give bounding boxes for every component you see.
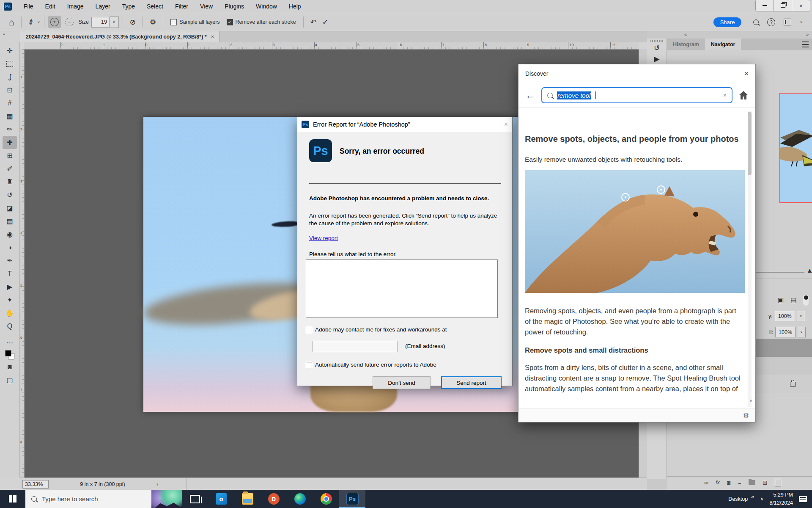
zoom-level-field[interactable]: 33.33% <box>22 480 49 489</box>
taskbar-outlook[interactable]: o <box>208 490 234 508</box>
toolbar-ellipsis-icon[interactable]: ⋯ <box>3 336 17 349</box>
size-dropdown-chevron-icon[interactable]: ∨ <box>110 17 119 28</box>
menu-item-plugins[interactable]: Plugins <box>219 0 250 13</box>
contact-checkbox[interactable] <box>306 327 312 333</box>
shape-tool[interactable]: ✦ <box>3 293 17 306</box>
clear-search-icon[interactable]: × <box>723 92 727 99</box>
home-icon[interactable] <box>738 91 749 100</box>
task-view-button[interactable] <box>182 490 208 508</box>
weather-widget-image[interactable] <box>151 490 182 508</box>
path-selection-tool[interactable]: ▶ <box>3 280 17 293</box>
desktop-toolbar[interactable]: Desktop » <box>728 496 754 502</box>
layer-mask-icon[interactable]: ◙ <box>727 479 730 486</box>
size-input[interactable]: 19 <box>91 17 110 28</box>
taskbar-chrome[interactable] <box>313 490 339 508</box>
history-brush-tool[interactable]: ↺ <box>3 188 17 202</box>
tool-preset-arrow-icon[interactable]: ▶ <box>647 53 667 64</box>
notification-center-icon[interactable] <box>799 496 807 502</box>
workspace-panel-icon[interactable] <box>784 19 791 25</box>
scroll-down-icon[interactable]: ∨ <box>749 398 752 403</box>
expand-panels-icon[interactable]: » <box>806 32 809 37</box>
remove-after-stroke-checkbox[interactable]: Remove after each stroke <box>223 19 299 25</box>
status-chevron-icon[interactable]: › <box>156 481 158 487</box>
auto-send-checkbox[interactable] <box>306 362 312 368</box>
close-button[interactable]: × <box>792 0 810 11</box>
menu-item-help[interactable]: Help <box>283 0 307 13</box>
gradient-tool[interactable]: ▤ <box>3 215 17 228</box>
taskbar-duckduckgo[interactable]: D <box>261 490 287 508</box>
discover-scrollbar-thumb[interactable] <box>748 112 752 175</box>
navigator-zoom-slider[interactable] <box>756 272 804 273</box>
patch-tool[interactable]: ⊞ <box>3 149 17 162</box>
discover-search-input[interactable]: remove tool × <box>541 87 732 103</box>
toolbar-collapse-icon[interactable]: » <box>0 31 22 43</box>
taskbar-clock[interactable]: 5:29 PM 8/12/2024 <box>769 491 793 506</box>
toolbar-expand-icon[interactable]: » <box>751 493 754 500</box>
feedback-textarea[interactable] <box>306 260 498 318</box>
workspace-chevron-icon[interactable]: ∨ <box>800 20 803 24</box>
spot-healing-brush-preset-icon[interactable]: ✐ <box>24 16 38 28</box>
panel-menu-icon[interactable] <box>802 41 809 47</box>
type-tool[interactable]: T <box>3 267 17 280</box>
discover-close-icon[interactable]: × <box>744 69 749 78</box>
menu-item-edit[interactable]: Edit <box>39 0 61 13</box>
clone-stamp-tool[interactable]: ♜ <box>3 175 17 188</box>
bounding-box-icon[interactable]: ▣ <box>778 296 784 304</box>
start-button[interactable] <box>0 490 25 508</box>
fill-chevron-icon[interactable]: ∨ <box>798 327 806 337</box>
screen-mode-icon[interactable]: ▢ <box>3 373 17 387</box>
crop-tool[interactable]: # <box>3 97 17 110</box>
dialog-title-bar[interactable]: Ps Error Report for “Adobe Photoshop” × <box>297 117 512 132</box>
layer-effects-icon[interactable]: fx <box>716 479 720 486</box>
taskbar-file-explorer[interactable] <box>234 490 261 508</box>
hidden-icons-chevron-icon[interactable]: ∧ <box>760 496 763 502</box>
taskbar-search-box[interactable]: Type here to search <box>25 490 182 508</box>
delete-layer-icon[interactable] <box>775 480 781 486</box>
contact-checkbox-row[interactable]: Adobe may contact me for fixes and worka… <box>306 326 447 333</box>
blur-tool[interactable]: ◉ <box>3 228 17 241</box>
fill-value[interactable]: 100% <box>775 327 796 337</box>
new-group-icon[interactable] <box>749 480 755 485</box>
adjustment-layer-icon[interactable]: ◒ <box>738 479 741 486</box>
frame-tool[interactable]: ▦ <box>3 110 17 123</box>
help-icon[interactable]: ? <box>767 18 775 26</box>
menu-item-layer[interactable]: Layer <box>90 0 116 13</box>
hand-tool[interactable]: ✋ <box>3 306 17 320</box>
pen-tool[interactable]: ✒ <box>3 254 17 267</box>
toggle-pill-icon[interactable] <box>803 295 809 306</box>
settings-gear-icon[interactable]: ⚙ <box>743 411 749 420</box>
collapse-panels-icon[interactable]: « <box>684 32 687 37</box>
object-selection-tool[interactable]: ⊡ <box>3 83 17 97</box>
new-layer-icon[interactable]: ⊞ <box>763 479 768 486</box>
menu-item-type[interactable]: Type <box>116 0 141 13</box>
opacity-chevron-icon[interactable]: ∨ <box>797 311 805 321</box>
share-button[interactable]: Share <box>713 17 742 27</box>
cancel-undo-icon[interactable]: ↶ <box>307 19 319 26</box>
menu-item-file[interactable]: File <box>18 0 39 13</box>
eraser-tool[interactable]: ◪ <box>3 202 17 215</box>
dodge-tool[interactable]: ◑ <box>3 241 17 254</box>
dialog-close-icon[interactable]: × <box>504 121 508 128</box>
tab-navigator[interactable]: Navigator <box>705 39 741 50</box>
navigator-proxy-view[interactable] <box>779 93 812 203</box>
taskbar-edge[interactable] <box>287 490 313 508</box>
clipboard-icon[interactable]: ▤ <box>790 296 796 304</box>
back-arrow-icon[interactable]: ← <box>525 89 535 101</box>
rectangular-marquee-tool[interactable] <box>3 57 17 70</box>
brush-tool[interactable]: ✐ <box>3 162 17 175</box>
zoom-tool[interactable]: Q <box>3 320 17 333</box>
sample-all-layers-checkbox[interactable]: Sample all layers <box>167 19 223 25</box>
brush-settings-gear-icon[interactable]: ⚙ <box>147 19 159 26</box>
eyedropper-tool[interactable]: ✑ <box>3 123 17 136</box>
home-icon[interactable]: ⌂ <box>6 18 17 27</box>
tab-histogram[interactable]: Histogram <box>667 39 705 50</box>
email-field[interactable] <box>312 341 398 352</box>
subtract-mode-button[interactable]: − <box>65 18 74 26</box>
menu-item-filter[interactable]: Filter <box>169 0 194 13</box>
menu-item-window[interactable]: Window <box>250 0 283 13</box>
spot-healing-brush-tool[interactable]: ✚ <box>3 136 17 149</box>
search-icon[interactable] <box>753 19 759 25</box>
zoom-in-mountain-icon[interactable]: ▲▲ <box>807 267 812 274</box>
restore-button[interactable] <box>774 0 792 11</box>
add-mode-button[interactable]: + <box>48 16 61 28</box>
